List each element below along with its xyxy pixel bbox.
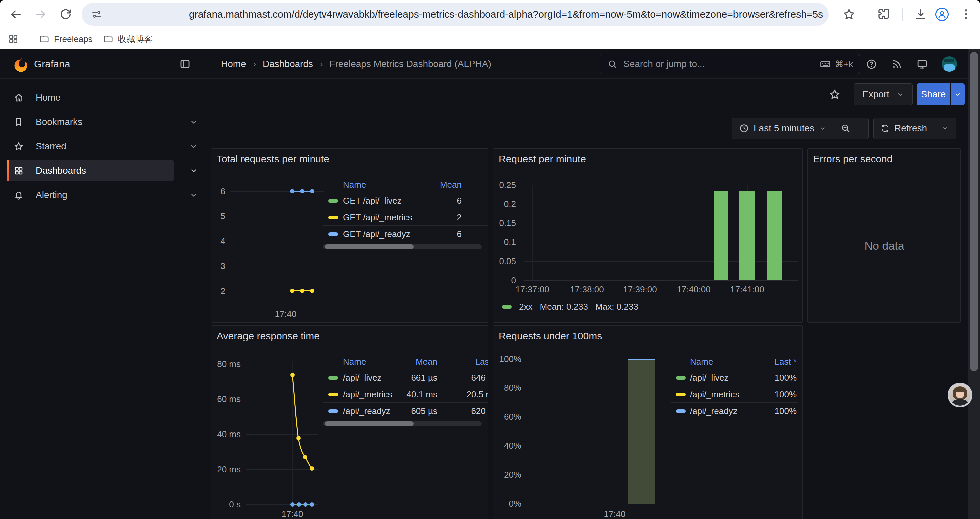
series-color-swatch[interactable] <box>328 216 338 219</box>
y-tick: 0.2 <box>493 199 516 209</box>
bar-under-100ms <box>628 359 655 504</box>
panel-title[interactable]: Errors per second <box>813 153 892 164</box>
sidebar-nav: Home Bookmarks Starred Dashboards Alerti… <box>0 79 199 519</box>
x-tick: 17:38:00 <box>557 284 617 295</box>
sidebar-item-starred[interactable]: Starred <box>7 136 174 157</box>
legend-col-last[interactable]: Last * <box>475 354 488 369</box>
y-tick: 2 <box>211 286 226 296</box>
favorite-star-icon[interactable] <box>829 88 841 100</box>
legend-col-last[interactable]: Last * <box>775 354 797 369</box>
series-color-swatch[interactable] <box>676 393 686 396</box>
address-bar[interactable]: grafana.mathmast.com/d/deytv4rwavabkb/fr… <box>82 3 829 26</box>
apps-grid-icon[interactable] <box>8 34 19 45</box>
export-button[interactable]: Export <box>854 83 913 105</box>
legend-series-name[interactable]: /api/_metrics <box>343 386 392 403</box>
help-icon[interactable] <box>866 59 877 70</box>
share-button[interactable]: Share <box>916 83 950 105</box>
sidebar-item-bookmarks[interactable]: Bookmarks <box>7 111 174 133</box>
chevron-down-icon[interactable] <box>189 166 199 175</box>
legend-series-name[interactable]: /api/_readyz <box>690 403 738 420</box>
y-tick: 6 <box>211 186 226 197</box>
extensions-icon[interactable] <box>877 8 891 21</box>
legend-series-name[interactable]: /api/_metrics <box>690 386 739 403</box>
floating-assistant-avatar[interactable] <box>948 383 972 407</box>
legend-col-name[interactable]: Name <box>343 177 366 192</box>
breadcrumb-separator: › <box>320 59 323 69</box>
scrollbar-thumb[interactable] <box>970 52 978 371</box>
y-tick: 0% <box>493 498 521 509</box>
legend-mean-value: 40.1 ms <box>407 386 438 403</box>
legend-series-name[interactable]: /api/_livez <box>343 369 382 386</box>
legend-series-name[interactable]: /api/_readyz <box>343 403 390 420</box>
bar-2xx <box>767 192 782 280</box>
legend-col-name[interactable]: Name <box>690 354 713 369</box>
legend-col-mean[interactable]: Mean <box>440 177 461 192</box>
legend-series-name[interactable]: /api/_livez <box>690 369 729 386</box>
reload-icon[interactable] <box>59 8 72 21</box>
refresh-interval-dropdown[interactable] <box>934 118 956 139</box>
bookmark-folder-freeleaps[interactable]: Freeleaps <box>39 29 93 50</box>
legend-scrollbar[interactable] <box>323 422 482 426</box>
download-icon[interactable] <box>914 8 927 21</box>
breadcrumb-dashboards[interactable]: Dashboards <box>262 59 313 69</box>
panel-total-requests: Total requests per minute 6 5 4 3 2 17:4… <box>211 148 488 323</box>
menu-dots-icon[interactable] <box>959 8 973 21</box>
url-text[interactable]: grafana.mathmast.com/d/deytv4rwavabkb/fr… <box>189 3 823 26</box>
series-color-swatch[interactable] <box>328 393 338 396</box>
panel-title[interactable]: Total requests per minute <box>217 153 329 164</box>
legend-series-name[interactable]: 2xx <box>519 302 532 312</box>
legend-col-mean[interactable]: Mean <box>415 354 437 369</box>
star-icon <box>14 141 24 151</box>
y-tick: 0.15 <box>493 218 516 228</box>
share-dropdown-button[interactable] <box>951 83 965 105</box>
legend-last-value: 100% <box>775 369 797 386</box>
breadcrumb-home[interactable]: Home <box>221 59 246 69</box>
brand-title[interactable]: Grafana <box>34 50 70 79</box>
bookmark-icon <box>14 117 24 127</box>
sidebar-item-alerting[interactable]: Alerting <box>7 184 174 206</box>
series-color-swatch[interactable] <box>676 409 686 413</box>
panel-title[interactable]: Request per minute <box>499 153 586 164</box>
legend-col-name[interactable]: Name <box>343 354 366 369</box>
series-color-swatch[interactable] <box>502 305 512 308</box>
sidebar-item-home[interactable]: Home <box>7 87 174 108</box>
monitor-icon[interactable] <box>916 59 928 70</box>
user-avatar[interactable] <box>942 56 957 72</box>
sidebar-item-label: Dashboards <box>36 165 86 176</box>
search-icon <box>608 59 617 69</box>
chevron-down-icon[interactable] <box>189 190 199 200</box>
breadcrumb-separator: › <box>253 59 256 69</box>
zoom-out-button[interactable] <box>833 118 858 139</box>
search-input[interactable]: Search or jump to... ⌘+k <box>600 54 860 75</box>
profile-icon[interactable] <box>935 8 949 21</box>
x-tick: 17:40 <box>256 309 315 319</box>
panel-title[interactable]: Requests under 100ms <box>499 330 602 342</box>
back-icon[interactable] <box>9 8 22 21</box>
bookmark-star-icon[interactable] <box>842 8 856 21</box>
no-data-message: No data <box>808 240 961 252</box>
export-label: Export <box>862 89 889 99</box>
bookmark-folder-blogs[interactable]: 收藏博客 <box>103 29 153 50</box>
chevron-down-icon[interactable] <box>189 117 199 126</box>
chevron-down-icon[interactable] <box>189 142 199 151</box>
legend-series-name[interactable]: GET /api/_livez <box>343 192 402 209</box>
sidebar-toggle-icon[interactable] <box>180 58 191 70</box>
series-color-swatch[interactable] <box>328 409 338 413</box>
site-settings-icon[interactable] <box>91 9 102 20</box>
brand-zone: Grafana <box>0 50 199 79</box>
series-color-swatch[interactable] <box>676 376 686 380</box>
news-rss-icon[interactable] <box>891 59 902 70</box>
breadcrumb: Home › Dashboards › Freeleaps Metrics Da… <box>221 50 492 79</box>
legend-series-name[interactable]: GET /api/_metrics <box>343 209 412 226</box>
time-range-picker[interactable]: Last 5 minutes <box>732 118 833 139</box>
series-color-swatch[interactable] <box>328 199 338 203</box>
panel-avg-response-time: Average response time 80 ms 60 ms 40 ms … <box>211 325 488 519</box>
series-color-swatch[interactable] <box>328 376 338 380</box>
legend-series-name[interactable]: GET /api/_readyz <box>343 226 410 243</box>
forward-icon[interactable] <box>34 8 48 21</box>
refresh-button[interactable]: Refresh <box>873 118 934 139</box>
legend-scrollbar[interactable] <box>323 244 482 249</box>
legend-header: Name Last * <box>671 354 797 369</box>
sidebar-item-dashboards[interactable]: Dashboards <box>7 160 174 181</box>
series-color-swatch[interactable] <box>328 232 338 236</box>
